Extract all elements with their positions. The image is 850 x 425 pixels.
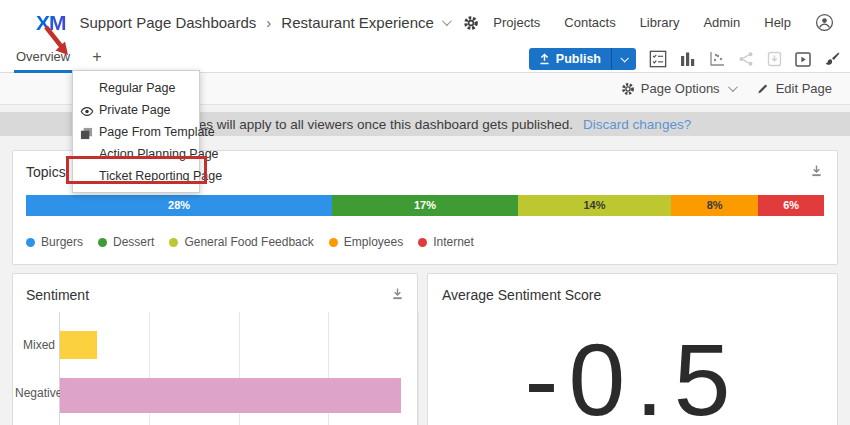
topics-legend: BurgersDessertGeneral Food FeedbackEmplo… (26, 235, 474, 249)
gear-icon (621, 82, 635, 96)
breadcrumb-separator: › (266, 14, 271, 31)
user-avatar-icon[interactable] (815, 13, 834, 32)
menu-item-label: Page From Template (99, 125, 215, 139)
topics-bar-segment[interactable]: 28% (26, 195, 332, 216)
play-video-icon[interactable] (795, 52, 811, 67)
sentiment-bar[interactable] (60, 378, 401, 413)
file-download-icon[interactable] (767, 51, 782, 67)
menu-item-label: Private Page (99, 103, 171, 117)
legend-dot-icon (98, 238, 107, 247)
publish-button[interactable]: Publish (529, 48, 611, 70)
sentiment-bar-chart: MixedNegative (13, 274, 419, 425)
nav-library[interactable]: Library (640, 15, 680, 30)
chevron-down-icon[interactable] (442, 16, 452, 26)
dashboard-settings-gear-icon[interactable] (463, 15, 479, 31)
topics-stacked-bar: 28%17%14%8%6% (26, 195, 824, 216)
gridline (418, 312, 419, 425)
menu-item-regular-page[interactable]: Regular Page (73, 77, 199, 99)
dashboard-toolbar: Publish (529, 45, 840, 73)
banner-message: Changes will apply to all viewers once t… (159, 117, 573, 132)
legend-label: Employees (344, 235, 403, 249)
publish-split-button: Publish (529, 48, 636, 70)
page-options-label: Page Options (641, 81, 720, 96)
score-widget-title: Average Sentiment Score (442, 287, 601, 303)
legend-dot-icon (26, 238, 35, 247)
page-options-button[interactable]: Page Options (621, 81, 735, 96)
topics-bar-segment[interactable]: 17% (332, 195, 518, 216)
chevron-down-icon (620, 54, 628, 62)
pencil-icon (757, 82, 770, 95)
dashboard-page: XM Support Page Dashboards › Restaurant … (0, 0, 850, 425)
menu-item-private-page[interactable]: Private Page (73, 99, 199, 121)
upload-icon (539, 53, 550, 65)
survey-checklist-icon[interactable] (649, 50, 667, 68)
page-tab-bar: Overview + Publish (0, 45, 850, 73)
sentiment-score-value: -0.5 (428, 322, 837, 425)
export-download-icon[interactable] (810, 164, 823, 182)
average-sentiment-score-widget: Average Sentiment Score -0.5 (427, 273, 838, 425)
legend-item[interactable]: Burgers (26, 235, 83, 249)
legend-item[interactable]: Employees (329, 235, 403, 249)
nav-admin[interactable]: Admin (703, 15, 740, 30)
legend-item[interactable]: General Food Feedback (169, 235, 313, 249)
annotation-arrow (40, 22, 76, 62)
nav-contacts[interactable]: Contacts (564, 15, 615, 30)
legend-label: Burgers (41, 235, 83, 249)
breadcrumb: Support Page Dashboards › Restaurant Exp… (80, 14, 479, 31)
topics-widget-title: Topics (26, 164, 66, 180)
topics-bar-segment[interactable]: 8% (671, 195, 758, 216)
brush-icon[interactable] (824, 51, 840, 67)
publish-label: Publish (556, 52, 601, 66)
menu-item-label: Regular Page (99, 81, 175, 95)
legend-label: Dessert (113, 235, 154, 249)
category-label: Negative (15, 386, 55, 400)
legend-dot-icon (169, 238, 178, 247)
edit-page-label: Edit Page (776, 81, 832, 96)
legend-label: Internet (433, 235, 474, 249)
category-label: Mixed (15, 338, 55, 352)
publish-dropdown-button[interactable] (611, 48, 636, 70)
chevron-down-icon (728, 82, 738, 92)
breadcrumb-root[interactable]: Support Page Dashboards (80, 14, 257, 31)
legend-label: General Food Feedback (184, 235, 313, 249)
nav-projects[interactable]: Projects (493, 15, 540, 30)
topics-bar-segment[interactable]: 6% (758, 195, 824, 216)
breadcrumb-current[interactable]: Restaurant Experience (281, 14, 434, 31)
menu-item-page-from-template[interactable]: Page From Template (73, 121, 199, 143)
legend-item[interactable]: Internet (418, 235, 474, 249)
bar-chart-icon[interactable] (680, 51, 696, 67)
sentiment-bar[interactable] (60, 331, 97, 359)
nav-help[interactable]: Help (764, 15, 791, 30)
legend-dot-icon (418, 238, 427, 247)
edit-page-button[interactable]: Edit Page (757, 81, 832, 96)
annotation-highlight-box (66, 156, 207, 184)
scatter-chart-icon[interactable] (709, 51, 725, 67)
add-page-button[interactable]: + (92, 49, 101, 68)
share-icon[interactable] (738, 51, 754, 67)
global-nav: Projects Contacts Library Admin Help (493, 0, 834, 45)
topics-bar-segment[interactable]: 14% (518, 195, 671, 216)
discard-changes-link[interactable]: Discard changes? (583, 117, 691, 132)
sentiment-widget: Sentiment MixedNegative (12, 273, 418, 425)
top-bar: XM Support Page Dashboards › Restaurant … (0, 0, 850, 45)
legend-item[interactable]: Dessert (98, 235, 154, 249)
legend-dot-icon (329, 238, 338, 247)
